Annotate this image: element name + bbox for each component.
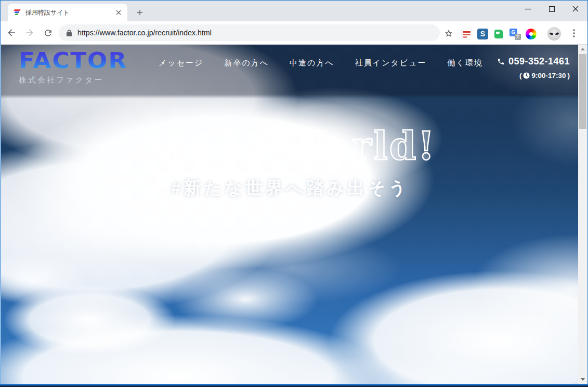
evernote-extension-icon[interactable] bbox=[493, 29, 504, 39]
back-icon[interactable] bbox=[4, 25, 19, 40]
bookmark-star-icon[interactable] bbox=[442, 26, 455, 39]
toolbar-separator bbox=[542, 29, 542, 39]
contact-block: 059-352-1461 ( 9:00-17:30 ) bbox=[497, 56, 570, 79]
phone-icon bbox=[497, 58, 505, 65]
desktop: 採用特設サイト bbox=[0, 0, 588, 387]
site-favicon bbox=[13, 8, 21, 17]
hero-subtitle: #新たな世界へ踏み出そう bbox=[1, 177, 579, 200]
site-nav: メッセージ 新卒の方へ 中途の方へ 社員インタビュー 働く環境 bbox=[159, 58, 483, 68]
scrollbar-up-arrow[interactable] bbox=[578, 45, 587, 54]
hero-copy: Hello World! #新たな世界へ踏み出そう bbox=[1, 127, 579, 200]
profile-avatar[interactable] bbox=[547, 27, 561, 41]
phone-number[interactable]: 059-352-1461 bbox=[508, 56, 570, 67]
reader-extension-icon[interactable] bbox=[461, 29, 472, 39]
nav-item-interview[interactable]: 社員インタビュー bbox=[355, 58, 427, 68]
clock-icon bbox=[523, 72, 530, 79]
titlebar: 採用特設サイト bbox=[1, 1, 587, 21]
translate-extension-icon[interactable]: G 文 bbox=[509, 29, 520, 39]
tab-close-icon[interactable] bbox=[114, 8, 123, 17]
hours-close-paren: ) bbox=[568, 72, 570, 79]
browser-tab[interactable]: 採用特設サイト bbox=[8, 4, 127, 21]
forward-icon[interactable] bbox=[22, 25, 37, 40]
close-button[interactable] bbox=[564, 1, 587, 17]
logo-block[interactable]: FACTOR 株式会社ファクター bbox=[19, 49, 127, 85]
site-header: FACTOR 株式会社ファクター メッセージ 新卒の方へ 中途の方へ 社員インタ… bbox=[1, 45, 579, 99]
page-viewport: FACTOR 株式会社ファクター メッセージ 新卒の方へ 中途の方へ 社員インタ… bbox=[1, 45, 579, 384]
chrome-menu-icon[interactable] bbox=[568, 27, 580, 39]
tab-title: 採用特設サイト bbox=[25, 8, 114, 17]
scrollbar-thumb[interactable] bbox=[579, 54, 586, 129]
url-text[interactable]: https://www.factor.co.jp/recruit/index.h… bbox=[77, 29, 212, 37]
translate-moji-glyph: 文 bbox=[515, 34, 521, 40]
maximize-button[interactable] bbox=[540, 1, 564, 17]
hero-title: Hello World! bbox=[1, 127, 579, 165]
hours-open-paren: ( bbox=[519, 72, 522, 79]
scrollbar-down-arrow[interactable] bbox=[578, 375, 587, 384]
company-name: 株式会社ファクター bbox=[19, 75, 127, 85]
browser-toolbar: https://www.factor.co.jp/recruit/index.h… bbox=[1, 21, 587, 45]
extensions-row: S G 文 bbox=[461, 27, 561, 41]
business-hours: 9:00-17:30 bbox=[531, 72, 566, 79]
window-bottom-edge bbox=[0, 384, 588, 387]
window-controls bbox=[516, 1, 587, 17]
reload-icon[interactable] bbox=[41, 25, 55, 40]
browser-window: 採用特設サイト bbox=[0, 0, 588, 384]
new-tab-button[interactable] bbox=[134, 6, 146, 19]
scrollbar[interactable] bbox=[578, 45, 587, 384]
address-bar[interactable]: https://www.factor.co.jp/recruit/index.h… bbox=[59, 24, 440, 41]
nav-item-midcareer[interactable]: 中途の方へ bbox=[290, 58, 334, 68]
nav-item-newgrad[interactable]: 新卒の方へ bbox=[224, 58, 269, 68]
colorwheel-extension-icon[interactable] bbox=[526, 29, 537, 39]
secure-lock-icon[interactable] bbox=[66, 29, 72, 37]
s-extension-icon[interactable]: S bbox=[477, 29, 488, 39]
nav-item-environment[interactable]: 働く環境 bbox=[448, 58, 483, 68]
minimize-button[interactable] bbox=[516, 1, 540, 17]
nav-item-message[interactable]: メッセージ bbox=[159, 58, 203, 68]
site-logo[interactable]: FACTOR bbox=[19, 49, 127, 71]
